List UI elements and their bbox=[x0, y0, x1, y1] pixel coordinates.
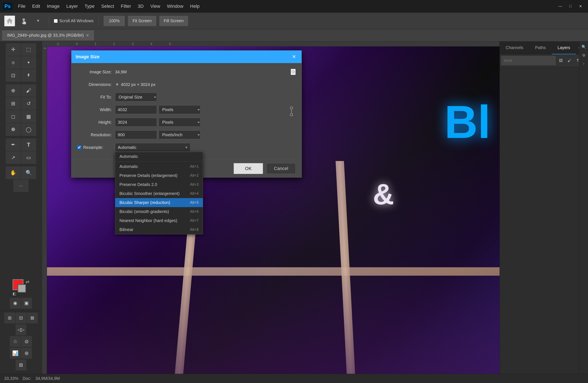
menu-filter[interactable]: Filter bbox=[118, 2, 134, 10]
home-button[interactable] bbox=[4, 16, 15, 26]
maximize-button[interactable]: □ bbox=[566, 3, 575, 10]
pen-tool[interactable]: ✒ bbox=[6, 138, 21, 151]
eyedropper-tool[interactable]: 🖈 bbox=[21, 69, 36, 82]
extra-tool-e[interactable]: ⊞ bbox=[16, 360, 26, 370]
extra-tool-a[interactable]: ☆ bbox=[10, 336, 21, 347]
extra-tool-c[interactable]: 📊 bbox=[10, 348, 21, 359]
screen-mode-btn[interactable]: ▣ bbox=[21, 298, 32, 309]
text-tool[interactable]: T bbox=[21, 138, 36, 151]
move-tool[interactable]: ✛ bbox=[6, 43, 21, 56]
resample-option-8[interactable]: Bilinear Alt+8 bbox=[115, 225, 203, 234]
zoom-tool[interactable]: 🔍 bbox=[21, 167, 36, 179]
tab-paths[interactable]: Paths bbox=[529, 42, 552, 54]
width-input[interactable] bbox=[115, 105, 157, 114]
resample-option-1[interactable]: Automatic Alt+1 bbox=[115, 162, 203, 171]
right-panel: Channels Paths Layers ≡ 🖼 🖌 T ▭ 🔧 bbox=[500, 42, 579, 374]
resample-checkbox[interactable] bbox=[77, 146, 81, 149]
background-color[interactable] bbox=[18, 284, 26, 293]
minimize-button[interactable]: — bbox=[556, 3, 565, 10]
blur-tool[interactable]: ❁ bbox=[6, 123, 21, 136]
resolution-unit-select[interactable]: Pixels/Inch bbox=[159, 130, 201, 139]
eraser-tool[interactable]: ◻ bbox=[6, 110, 21, 123]
tool-options-dropdown[interactable]: ▼ bbox=[33, 16, 43, 26]
dialog-close-button[interactable]: ✕ bbox=[291, 53, 297, 60]
menu-type[interactable]: Type bbox=[82, 2, 98, 10]
menu-help[interactable]: Help bbox=[187, 2, 202, 10]
menu-image[interactable]: Image bbox=[44, 2, 63, 10]
marquee-tool[interactable]: ⬚ bbox=[21, 43, 36, 56]
adjust-btn-2[interactable]: ⊟ bbox=[16, 313, 26, 323]
history-brush-tool[interactable]: ↺ bbox=[21, 97, 36, 110]
spot-heal-tool[interactable]: ⊕ bbox=[6, 84, 21, 97]
path-select-tool[interactable]: ↗ bbox=[6, 151, 21, 164]
menu-edit[interactable]: Edit bbox=[29, 2, 43, 10]
resample-shortcut-6: Alt+6 bbox=[190, 210, 199, 214]
menu-view[interactable]: View bbox=[147, 2, 163, 10]
height-unit-select[interactable]: Pixels bbox=[159, 118, 201, 127]
more-tools-btn[interactable]: ··· bbox=[13, 179, 28, 192]
dialog-title-bar[interactable]: Image Size ✕ bbox=[71, 50, 302, 63]
swap-colors-icon[interactable]: ⇌ bbox=[25, 279, 29, 285]
close-button[interactable]: ✕ bbox=[576, 3, 585, 10]
resample-option-3[interactable]: Preserve Details 2.0 Alt+3 bbox=[115, 180, 203, 189]
settings-icon-strip[interactable]: ⚙ bbox=[580, 52, 588, 59]
cancel-button[interactable]: Cancel bbox=[266, 163, 296, 174]
image-filter-icon[interactable]: 🖼 bbox=[557, 57, 565, 64]
image-size-gear[interactable]: ⚙ bbox=[291, 69, 296, 75]
menu-select[interactable]: Select bbox=[98, 2, 117, 10]
fill-screen-button[interactable]: Fill Screen bbox=[159, 16, 188, 26]
lasso-tool[interactable]: ⌾ bbox=[6, 56, 21, 69]
resample-checkbox-label[interactable]: Resample: bbox=[77, 145, 112, 150]
menu-layer[interactable]: Layer bbox=[63, 2, 81, 10]
resample-dropdown[interactable]: Automatic ▼ bbox=[115, 143, 190, 152]
ok-button[interactable]: OK bbox=[234, 163, 263, 174]
width-unit-select[interactable]: Pixels bbox=[159, 105, 201, 114]
extra-tool-b[interactable]: ⊘ bbox=[21, 336, 32, 347]
adjust-btn-1[interactable]: ⊞ bbox=[4, 313, 15, 323]
quick-mask-btn[interactable]: ◉ bbox=[10, 298, 21, 309]
extra-row-1: ⊞ ⊟ ⊠ bbox=[2, 313, 40, 323]
resample-option-2[interactable]: Preserve Details (enlargement) Alt+2 bbox=[115, 171, 203, 180]
resample-option-4[interactable]: Bicubic Smoother (enlargement) Alt+4 bbox=[115, 189, 203, 198]
resample-option-6[interactable]: Bicubic (smooth gradients) Alt+6 bbox=[115, 207, 203, 216]
gradient-tool[interactable]: ▦ bbox=[21, 110, 36, 123]
resample-option-automatic-header[interactable]: Automatic bbox=[115, 152, 203, 161]
tab-layers[interactable]: Layers bbox=[552, 42, 576, 54]
scroll-all-windows-label[interactable]: Scroll All Windows bbox=[54, 19, 93, 23]
crop-tool[interactable]: ⊡ bbox=[6, 69, 21, 82]
tab-channels[interactable]: Channels bbox=[500, 42, 529, 54]
clone-tool[interactable]: ⊞ bbox=[6, 97, 21, 110]
layers-search-input[interactable] bbox=[502, 56, 556, 65]
doc-size: 34,9M/34,9M bbox=[35, 376, 60, 381]
search-icon-strip[interactable]: 🔍 bbox=[580, 43, 588, 51]
brush-filter-icon[interactable]: 🖌 bbox=[566, 57, 573, 64]
share-icon-strip[interactable]: ↑ bbox=[580, 60, 588, 67]
tool-panel-collapse[interactable]: ◁▷ bbox=[16, 324, 26, 335]
scroll-all-windows-checkbox[interactable] bbox=[54, 19, 58, 23]
document-tab[interactable]: IMG_2949~photo.jpg @ 33,3% (RGB/8#) ✕ bbox=[2, 30, 94, 41]
dialog-body: Image Size: 34,9M ⚙ Dimensions: ▼ 4032 p… bbox=[71, 63, 302, 160]
resample-option-5-highlighted[interactable]: Bicubic Sharper (reduction) Alt+5 bbox=[115, 198, 203, 207]
menu-3d[interactable]: 3D bbox=[135, 2, 147, 10]
shape-tool[interactable]: ▭ bbox=[21, 151, 36, 164]
quick-select-tool[interactable]: ✦ bbox=[21, 56, 36, 69]
window-controls: — □ ✕ bbox=[556, 3, 585, 10]
extra-tool-d[interactable]: ⊛ bbox=[21, 348, 32, 359]
resample-option-text-4: Bicubic Smoother (enlargement) bbox=[119, 191, 180, 196]
document-tab-close[interactable]: ✕ bbox=[86, 33, 89, 38]
fit-screen-button[interactable]: Fit Screen bbox=[128, 16, 156, 26]
menu-window[interactable]: Window bbox=[164, 2, 186, 10]
resample-option-7[interactable]: Nearest Neighbor (hard edges) Alt+7 bbox=[115, 216, 203, 225]
hand-tool[interactable]: ✋ bbox=[6, 167, 21, 179]
dodge-tool[interactable]: ◯ bbox=[21, 123, 36, 136]
adjust-btn-3[interactable]: ⊠ bbox=[27, 313, 38, 323]
brush-tool[interactable]: 🖌 bbox=[21, 84, 36, 97]
resolution-input[interactable] bbox=[115, 130, 157, 139]
menu-file[interactable]: File bbox=[15, 2, 28, 10]
dimensions-dropdown-arrow[interactable]: ▼ bbox=[115, 82, 119, 87]
hand-tool-active[interactable] bbox=[19, 16, 29, 26]
height-input[interactable] bbox=[115, 118, 157, 127]
fit-to-select[interactable]: Original Size bbox=[115, 93, 157, 102]
default-colors-icon[interactable]: ◧ bbox=[13, 291, 16, 296]
resample-selected-text: Automatic bbox=[118, 145, 136, 150]
